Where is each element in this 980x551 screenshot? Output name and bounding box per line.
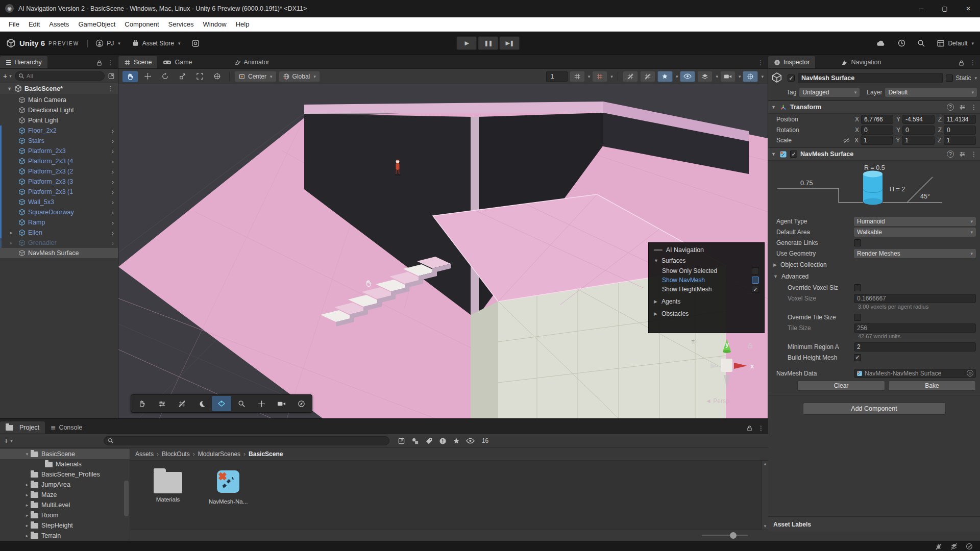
foldout-icon[interactable]: ▼ (7, 86, 12, 91)
hierarchy-item[interactable]: Platform_2x3 (3 › (0, 177, 118, 187)
prefab-chevron-icon[interactable]: › (112, 188, 118, 196)
folder-row[interactable]: ▸ Maze (0, 490, 130, 500)
folder-row[interactable]: ▸ Room (0, 510, 130, 520)
folder-row[interactable]: BasicScene_Profiles (0, 469, 130, 480)
lighting-toggle-icon[interactable] (192, 396, 211, 411)
scale-x-field[interactable]: 1 (861, 136, 893, 145)
prefab-chevron-icon[interactable]: › (112, 178, 118, 186)
min-region-field[interactable]: 2 (854, 342, 976, 352)
help-icon[interactable]: ? (947, 151, 954, 158)
expand-arrow-icon[interactable]: ▸ (23, 482, 31, 487)
scene-root-row[interactable]: ▼ BasicScene* ⋮ (0, 83, 118, 94)
option-checkbox[interactable] (752, 267, 759, 274)
hierarchy-item[interactable]: Ramp › (0, 217, 118, 228)
position-y-field[interactable]: -4.594 (902, 115, 935, 124)
pause-button[interactable]: ❚❚ (478, 36, 498, 50)
open-search-window-icon[interactable] (398, 437, 405, 445)
advanced-foldout[interactable]: ▼ Advanced (768, 270, 980, 282)
increment-snap-button[interactable] (592, 71, 607, 82)
move-tool-button[interactable] (140, 71, 155, 82)
expand-arrow-icon[interactable]: ▸ (10, 240, 16, 245)
prefab-chevron-icon[interactable]: › (112, 209, 118, 216)
grid-toggle-icon[interactable] (172, 396, 191, 411)
view-hand-icon[interactable] (132, 396, 152, 411)
navmesh-surface-header[interactable]: ▼ ✓ NavMesh Surface ? ⋮ (768, 147, 980, 161)
kebab-menu-icon[interactable]: ⋮ (108, 85, 118, 92)
tree-scrollbar[interactable] (124, 481, 129, 516)
hand-tool-button[interactable] (122, 71, 138, 82)
project-search-input[interactable] (116, 437, 385, 445)
hierarchy-item[interactable]: Platform_2x3 (4 › (0, 156, 118, 166)
caret-down-icon[interactable]: ▾ (974, 76, 977, 81)
prefab-chevron-icon[interactable]: › (112, 147, 118, 155)
shaded-mode-button[interactable] (623, 71, 638, 82)
menu-item[interactable]: File (4, 17, 24, 31)
lock-icon[interactable] (96, 60, 103, 66)
scale-tool-button[interactable] (175, 71, 190, 82)
hierarchy-item[interactable]: ▸ Ellen › (0, 228, 118, 238)
transform-header[interactable]: ▼ Transform ? ⋮ (768, 101, 980, 114)
play-button[interactable]: ▶ (456, 36, 477, 50)
add-component-button[interactable]: Add Component (803, 403, 946, 415)
hierarchy-item[interactable]: Platform_2x3 (2 › (0, 166, 118, 177)
camera-settings-button[interactable] (720, 71, 736, 82)
kebab-menu-icon[interactable]: ⋮ (971, 104, 977, 111)
folder-row[interactable]: ▸ Terrain (0, 531, 130, 541)
collapse-layers-icon[interactable] (950, 543, 958, 550)
visibility-count-icon[interactable] (466, 438, 475, 444)
default-area-dropdown[interactable]: Walkable▾ (854, 228, 976, 237)
generate-links-checkbox[interactable] (854, 239, 861, 246)
package-manager-button[interactable] (191, 39, 200, 47)
foldout-icon[interactable]: ▼ (771, 152, 776, 157)
position-x-field[interactable]: 6.7766 (861, 115, 893, 124)
undo-history-icon[interactable] (897, 39, 906, 47)
tab-hierarchy[interactable]: ☰ Hierarchy (0, 56, 47, 68)
step-button[interactable]: ▶❚ (499, 36, 520, 50)
prefab-chevron-icon[interactable]: › (112, 239, 118, 247)
tab-project[interactable]: Project (0, 421, 45, 434)
effects-toggle-button[interactable] (657, 71, 673, 82)
hierarchy-item[interactable]: Stairs › (0, 136, 118, 146)
folder-row[interactable]: ▸ StepHeight (0, 520, 130, 531)
folder-row[interactable]: Materials (0, 459, 130, 469)
asset-store-menu[interactable]: Asset Store ▾ (132, 39, 181, 47)
orientation-dropdown[interactable]: Global ▾ (279, 71, 320, 82)
grid-size-field[interactable]: 1 (546, 71, 568, 82)
overlay-grip-icon[interactable]: ≡ (691, 338, 695, 345)
perspective-label[interactable]: ◄ Persp (705, 397, 729, 405)
menu-item[interactable]: Services (164, 17, 199, 31)
use-geometry-dropdown[interactable]: Render Meshes▾ (854, 249, 976, 258)
account-menu[interactable]: PJ ▾ (95, 39, 120, 47)
scene-viewport[interactable]: ══ AI Navigation ▼ Surfaces Show Only Se… (118, 84, 768, 418)
option-checkbox[interactable]: ✓ (752, 286, 759, 293)
active-checkbox[interactable]: ✓ (788, 74, 795, 82)
menu-item[interactable]: Assets (44, 17, 74, 31)
expand-arrow-icon[interactable]: ▸ (23, 523, 31, 528)
prefab-chevron-icon[interactable]: › (112, 137, 118, 145)
slider-thumb[interactable] (730, 532, 737, 539)
build-height-mesh-checkbox[interactable]: ✓ (854, 354, 861, 361)
project-search[interactable] (104, 436, 389, 445)
maximize-button[interactable]: ▢ (933, 0, 957, 17)
add-gameobject-button[interactable]: +▾ (3, 72, 12, 80)
agent-type-dropdown[interactable]: Humanoid▾ (854, 217, 976, 226)
tab-inspector[interactable]: Inspector (768, 56, 815, 68)
static-checkbox[interactable] (946, 74, 953, 82)
caret-down-icon[interactable]: ▾ (588, 74, 591, 79)
prefab-chevron-icon[interactable]: › (112, 219, 118, 227)
folder-row[interactable]: ▸ JumpArea (0, 480, 130, 490)
presets-icon[interactable] (959, 151, 966, 158)
scene-picker-icon[interactable] (108, 72, 115, 80)
pivot-mode-dropdown[interactable]: Center ▾ (234, 71, 277, 82)
transform-tool-button[interactable] (209, 71, 225, 82)
presets-icon[interactable] (959, 104, 966, 111)
override-voxel-checkbox[interactable] (854, 284, 861, 291)
asset-tile[interactable]: Materials (148, 468, 188, 503)
lock-icon[interactable] (958, 60, 965, 66)
layers-button[interactable] (697, 71, 713, 82)
layer-dropdown[interactable]: Default▾ (885, 88, 977, 97)
kebab-menu-icon[interactable]: ⋮ (758, 424, 764, 432)
rotate-tool-button[interactable] (157, 71, 173, 82)
tab-animator[interactable]: Animator (229, 56, 275, 68)
expand-arrow-icon[interactable]: ▸ (23, 503, 31, 508)
